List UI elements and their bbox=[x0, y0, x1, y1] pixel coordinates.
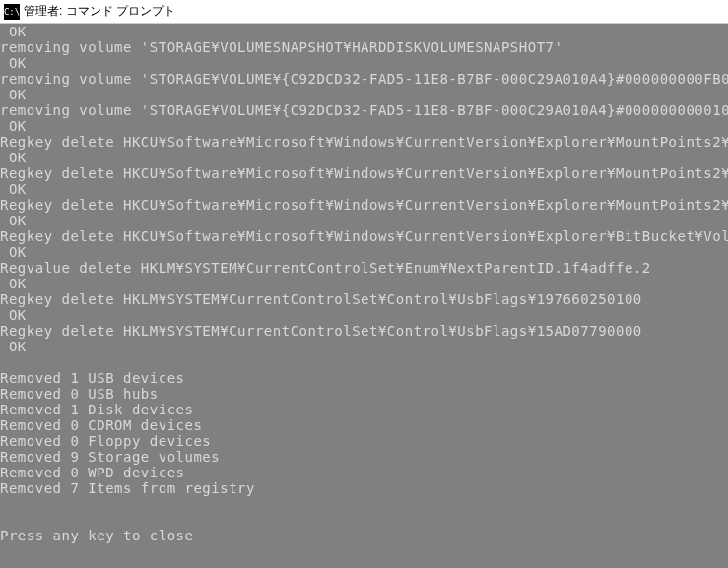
terminal-line: OK bbox=[0, 276, 728, 291]
terminal-line: Removed 9 Storage volumes bbox=[0, 449, 728, 465]
window-title: 管理者: コマンド プロンプト bbox=[24, 3, 175, 20]
terminal-line: OK bbox=[0, 244, 728, 260]
terminal-line: OK bbox=[0, 307, 728, 323]
terminal-line: Regkey delete HKLM¥SYSTEM¥CurrentControl… bbox=[0, 323, 728, 339]
terminal-line bbox=[0, 496, 728, 512]
terminal-line: Removed 0 USB hubs bbox=[0, 386, 728, 402]
terminal-line: removing volume 'STORAGE¥VOLUME¥{C92DCD3… bbox=[0, 71, 728, 87]
cmd-icon-text: C:\ bbox=[4, 7, 20, 17]
terminal-line: Regkey delete HKCU¥Software¥Microsoft¥Wi… bbox=[0, 165, 728, 181]
terminal-line: Regkey delete HKCU¥Software¥Microsoft¥Wi… bbox=[0, 134, 728, 150]
terminal-line: OK bbox=[0, 213, 728, 228]
terminal-line: OK bbox=[0, 339, 728, 354]
terminal-line: OK bbox=[0, 87, 728, 102]
terminal-line: Removed 1 Disk devices bbox=[0, 402, 728, 417]
terminal-line: OK bbox=[0, 181, 728, 197]
terminal-line: Regkey delete HKCU¥Software¥Microsoft¥Wi… bbox=[0, 197, 728, 213]
terminal-line: Removed 0 CDROM devices bbox=[0, 417, 728, 433]
terminal-line: removing volume 'STORAGE¥VOLUME¥{C92DCD3… bbox=[0, 102, 728, 118]
terminal-line: Removed 7 Items from registry bbox=[0, 480, 728, 496]
cmd-icon: C:\ bbox=[4, 4, 20, 20]
terminal-line: Regkey delete HKLM¥SYSTEM¥CurrentControl… bbox=[0, 291, 728, 307]
terminal-line: OK bbox=[0, 24, 728, 39]
terminal-line: OK bbox=[0, 150, 728, 165]
terminal-line: removing volume 'STORAGE¥VOLUMESNAPSHOT¥… bbox=[0, 39, 728, 55]
terminal-line bbox=[0, 512, 728, 528]
titlebar[interactable]: C:\ 管理者: コマンド プロンプト bbox=[0, 0, 728, 24]
terminal-line: Press any key to close bbox=[0, 528, 728, 543]
terminal-line: Removed 1 USB devices bbox=[0, 370, 728, 386]
terminal-line: OK bbox=[0, 55, 728, 71]
terminal-line: Removed 0 WPD devices bbox=[0, 465, 728, 480]
terminal-line bbox=[0, 354, 728, 370]
terminal-line: Regkey delete HKCU¥Software¥Microsoft¥Wi… bbox=[0, 228, 728, 244]
command-prompt-window: C:\ 管理者: コマンド プロンプト OKremoving volume 'S… bbox=[0, 0, 728, 568]
terminal-line: OK bbox=[0, 118, 728, 134]
terminal-line: Regvalue delete HKLM¥SYSTEM¥CurrentContr… bbox=[0, 260, 728, 276]
terminal-line: Removed 0 Floppy devices bbox=[0, 433, 728, 449]
terminal-output[interactable]: OKremoving volume 'STORAGE¥VOLUMESNAPSHO… bbox=[0, 24, 728, 568]
